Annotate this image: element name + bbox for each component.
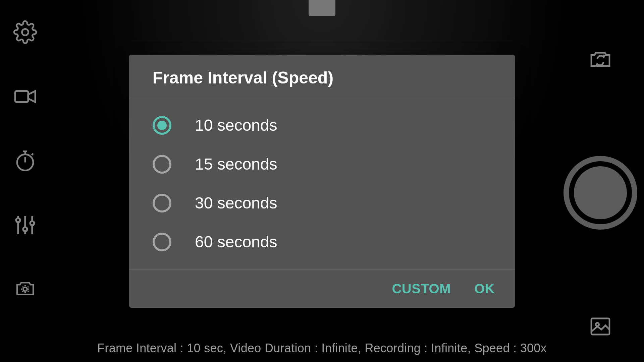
radio-indicator-icon (153, 194, 171, 213)
radio-list: 10 seconds 15 seconds 30 seconds 60 seco… (129, 99, 515, 269)
radio-label: 60 seconds (195, 233, 277, 251)
dialog-actions: CUSTOM OK (129, 269, 515, 308)
radio-option-10-seconds[interactable]: 10 seconds (129, 106, 515, 145)
custom-button[interactable]: CUSTOM (392, 281, 451, 296)
radio-option-30-seconds[interactable]: 30 seconds (129, 184, 515, 223)
dialog-title: Frame Interval (Speed) (129, 55, 515, 99)
modal-backdrop: Frame Interval (Speed) 10 seconds 15 sec… (0, 0, 644, 362)
radio-label: 15 seconds (195, 155, 277, 173)
radio-label: 30 seconds (195, 194, 277, 212)
frame-interval-dialog: Frame Interval (Speed) 10 seconds 15 sec… (129, 55, 515, 308)
radio-indicator-icon (153, 155, 171, 174)
radio-indicator-icon (153, 116, 171, 135)
radio-label: 10 seconds (195, 116, 277, 134)
radio-indicator-icon (153, 233, 171, 251)
ok-button[interactable]: OK (474, 281, 495, 296)
radio-option-60-seconds[interactable]: 60 seconds (129, 223, 515, 261)
radio-option-15-seconds[interactable]: 15 seconds (129, 145, 515, 184)
